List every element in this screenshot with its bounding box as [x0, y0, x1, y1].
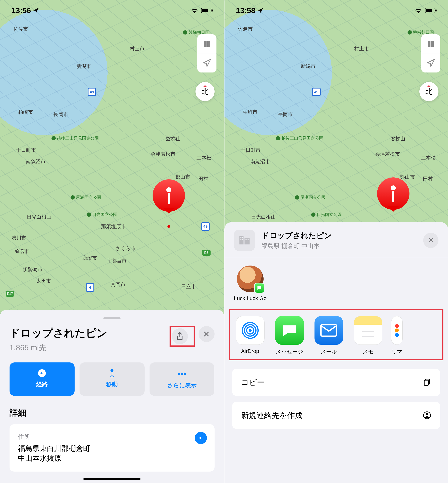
close-button[interactable]: ✕	[423, 233, 439, 248]
new-contact-action[interactable]: 新規連絡先を作成	[232, 402, 440, 429]
app-label: メモ	[363, 348, 374, 355]
map-layers-button[interactable]	[197, 34, 216, 53]
copy-icon	[423, 378, 431, 386]
notes-icon	[354, 316, 382, 345]
map-city-label: 十日町市	[241, 147, 261, 153]
svg-rect-30	[424, 380, 428, 386]
share-app-airdrop[interactable]: AirDrop	[234, 316, 266, 355]
map-city-label: 磐梯山	[390, 136, 405, 142]
share-sheet: ドロップされたピン 福島県 棚倉町 中山本 ✕ Luck Luck Go	[224, 222, 448, 483]
more-label: さらに表示	[168, 381, 197, 389]
svg-rect-15	[242, 239, 243, 240]
pin-shadow-dot	[168, 225, 170, 228]
map-city-label: 磐梯山	[166, 136, 181, 142]
route-shield: 49	[201, 222, 210, 231]
contact-name: Luck Luck Go	[234, 295, 267, 301]
directions-label: 経路	[36, 380, 48, 388]
compass-button[interactable]: 北	[419, 82, 439, 101]
share-app-notes[interactable]: メモ	[352, 316, 384, 355]
svg-rect-17	[248, 239, 248, 240]
address-line-2: 中山本水抜原	[18, 453, 206, 463]
map-city-label: 十日町市	[16, 147, 36, 153]
battery-icon	[425, 8, 437, 13]
details-heading: 詳細	[9, 407, 215, 419]
share-app-messages[interactable]: メッセージ	[273, 316, 306, 355]
share-app-mail[interactable]: メール	[312, 316, 345, 355]
route-shield: 49	[88, 88, 96, 96]
dropped-pin-marker[interactable]	[152, 179, 185, 219]
address-line-1: 福島県東白川郡棚倉町	[18, 444, 206, 453]
route-shield: 4	[86, 283, 94, 292]
share-subtitle: 福島県 棚倉町 中山本	[262, 242, 424, 250]
share-app-reminders[interactable]: リマ	[391, 316, 403, 355]
map-layers-button[interactable]	[421, 34, 440, 53]
map-city-label: 伊勢崎市	[23, 266, 43, 273]
map-mode-buttons	[421, 34, 440, 72]
map-city-label: 日立市	[181, 283, 196, 290]
app-label: メッセージ	[276, 348, 303, 355]
map-city-label: 那須塩原市	[101, 223, 126, 230]
airdrop-icon	[236, 316, 264, 345]
map-city-label: 柏崎市	[243, 109, 257, 115]
home-indicator[interactable]	[83, 478, 141, 480]
map-city-label: 村上市	[354, 45, 369, 52]
map-city-label: 長岡市	[53, 111, 68, 118]
address-label: 住所	[18, 433, 206, 441]
share-actions-list-2: 新規連絡先を作成	[232, 402, 440, 429]
svg-rect-16	[246, 239, 246, 240]
map-city-label: 村上市	[130, 45, 144, 52]
map-city-label: 前橋市	[14, 248, 29, 255]
card-grabber[interactable]	[103, 317, 120, 319]
map-city-label: 佐渡市	[238, 26, 253, 32]
screen-share-sheet: 13:58 北	[224, 0, 448, 483]
share-contact[interactable]: Luck Luck Go	[234, 266, 267, 301]
compass-button[interactable]: 北	[195, 82, 215, 101]
move-pin-button[interactable]: 移動	[80, 362, 144, 396]
share-highlight-box	[169, 326, 195, 346]
share-actions-list: コピー	[232, 369, 440, 396]
svg-rect-2	[211, 9, 213, 12]
status-bar: 13:58	[224, 0, 448, 21]
map-city-label: 渋川市	[11, 235, 26, 241]
action-label: コピー	[241, 377, 264, 388]
app-label: メール	[320, 348, 337, 355]
locate-me-button[interactable]	[197, 53, 216, 72]
address-card[interactable]: 住所 福島県東白川郡棚倉町 中山本水抜原	[9, 424, 215, 472]
dropped-pin-marker[interactable]	[377, 177, 409, 217]
svg-rect-11	[245, 238, 250, 244]
svg-point-26	[395, 324, 399, 328]
share-apps-highlight-box: AirDrop メッセージ メール	[229, 309, 444, 360]
close-button[interactable]: ✕	[199, 326, 215, 342]
svg-rect-1	[202, 8, 208, 12]
svg-rect-13	[242, 237, 243, 238]
messages-icon	[275, 316, 304, 345]
map-city-label: 田村	[423, 176, 433, 182]
locate-me-button[interactable]	[421, 53, 440, 72]
map-city-label: 日光白根山	[27, 214, 51, 220]
move-pin-label: 移動	[106, 380, 118, 388]
place-title: ドロップされたピン	[9, 326, 169, 340]
map-city-label: 太田市	[36, 278, 51, 284]
copy-action[interactable]: コピー	[232, 369, 440, 396]
svg-point-27	[395, 329, 399, 332]
address-directions-icon[interactable]	[195, 432, 207, 444]
mail-icon	[314, 316, 343, 345]
map-city-label: 柏崎市	[18, 109, 33, 115]
share-button[interactable]	[172, 328, 188, 344]
share-contacts-row: Luck Luck Go	[224, 258, 448, 309]
directions-button[interactable]: 経路	[9, 362, 75, 396]
directions-icon	[38, 369, 46, 377]
move-pin-icon	[108, 369, 116, 377]
map-city-label: 新潟市	[76, 63, 91, 70]
location-services-icon	[33, 7, 39, 14]
status-time: 13:56	[11, 6, 31, 15]
location-services-icon	[257, 7, 264, 14]
wifi-icon	[191, 8, 199, 13]
svg-point-4	[111, 369, 113, 372]
map-park-label: 越後三山只見国定公園	[276, 136, 323, 141]
map-park-label: 越後三山只見国定公園	[51, 136, 99, 141]
more-button[interactable]: ••• さらに表示	[150, 362, 215, 396]
messages-badge-icon	[254, 283, 265, 293]
more-icon: •••	[177, 369, 186, 378]
map-park-label: 尾瀬国立公園	[295, 194, 326, 200]
